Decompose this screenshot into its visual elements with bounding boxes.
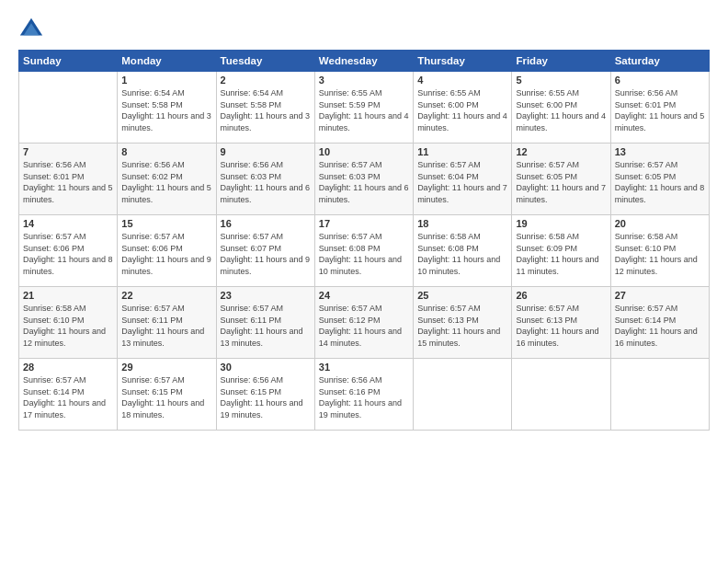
day-info: Sunrise: 6:56 AMSunset: 6:01 PMDaylight:…	[615, 88, 705, 132]
day-info: Sunrise: 6:57 AMSunset: 6:15 PMDaylight:…	[121, 375, 204, 419]
day-number: 7	[23, 146, 113, 157]
day-info: Sunrise: 6:57 AMSunset: 6:14 PMDaylight:…	[615, 304, 698, 348]
day-info: Sunrise: 6:56 AMSunset: 6:15 PMDaylight:…	[221, 375, 303, 419]
day-cell: 26Sunrise: 6:57 AMSunset: 6:13 PMDayligh…	[512, 287, 610, 359]
day-info: Sunrise: 6:57 AMSunset: 6:08 PMDaylight:…	[319, 232, 402, 276]
day-number: 4	[417, 75, 507, 86]
day-cell	[414, 359, 512, 431]
day-number: 10	[319, 146, 409, 157]
day-number: 14	[23, 218, 113, 229]
logo-icon	[18, 15, 44, 40]
day-cell: 4Sunrise: 6:55 AMSunset: 6:00 PMDaylight…	[414, 72, 512, 144]
header-cell-thursday: Thursday	[414, 51, 512, 72]
day-cell: 22Sunrise: 6:57 AMSunset: 6:11 PMDayligh…	[118, 287, 216, 359]
day-info: Sunrise: 6:56 AMSunset: 6:16 PMDaylight:…	[319, 375, 402, 419]
day-cell: 12Sunrise: 6:57 AMSunset: 6:05 PMDayligh…	[512, 144, 610, 215]
day-number: 16	[221, 218, 311, 229]
day-cell: 20Sunrise: 6:58 AMSunset: 6:10 PMDayligh…	[610, 215, 709, 287]
day-cell: 24Sunrise: 6:57 AMSunset: 6:12 PMDayligh…	[314, 287, 413, 359]
day-info: Sunrise: 6:56 AMSunset: 6:03 PMDaylight:…	[221, 160, 311, 204]
day-cell: 23Sunrise: 6:57 AMSunset: 6:11 PMDayligh…	[216, 287, 314, 359]
day-cell: 2Sunrise: 6:54 AMSunset: 5:58 PMDaylight…	[216, 72, 314, 144]
day-info: Sunrise: 6:55 AMSunset: 5:59 PMDaylight:…	[319, 88, 409, 132]
day-cell: 25Sunrise: 6:57 AMSunset: 6:13 PMDayligh…	[414, 287, 512, 359]
day-number: 23	[221, 290, 311, 301]
day-cell	[19, 72, 118, 144]
day-info: Sunrise: 6:55 AMSunset: 6:00 PMDaylight:…	[417, 88, 507, 132]
day-number: 26	[516, 290, 606, 301]
day-cell: 14Sunrise: 6:57 AMSunset: 6:06 PMDayligh…	[19, 215, 118, 287]
day-number: 29	[121, 362, 211, 373]
header-row: SundayMondayTuesdayWednesdayThursdayFrid…	[19, 51, 710, 72]
day-cell: 28Sunrise: 6:57 AMSunset: 6:14 PMDayligh…	[19, 359, 118, 431]
day-info: Sunrise: 6:57 AMSunset: 6:04 PMDaylight:…	[417, 160, 507, 204]
day-info: Sunrise: 6:57 AMSunset: 6:13 PMDaylight:…	[417, 304, 500, 348]
day-info: Sunrise: 6:58 AMSunset: 6:09 PMDaylight:…	[516, 232, 598, 276]
week-row-1: 1Sunrise: 6:54 AMSunset: 5:58 PMDaylight…	[19, 72, 710, 144]
page: SundayMondayTuesdayWednesdayThursdayFrid…	[0, 0, 728, 563]
day-number: 9	[221, 146, 311, 157]
day-number: 27	[615, 290, 705, 301]
day-info: Sunrise: 6:55 AMSunset: 6:00 PMDaylight:…	[516, 88, 606, 132]
day-cell: 9Sunrise: 6:56 AMSunset: 6:03 PMDaylight…	[216, 144, 314, 215]
day-number: 1	[121, 75, 211, 86]
week-row-5: 28Sunrise: 6:57 AMSunset: 6:14 PMDayligh…	[19, 359, 710, 431]
day-number: 17	[319, 218, 409, 229]
week-row-4: 21Sunrise: 6:58 AMSunset: 6:10 PMDayligh…	[19, 287, 710, 359]
day-info: Sunrise: 6:57 AMSunset: 6:11 PMDaylight:…	[121, 304, 204, 348]
day-number: 5	[516, 75, 606, 86]
day-number: 6	[615, 75, 705, 86]
header-cell-sunday: Sunday	[19, 51, 118, 72]
day-info: Sunrise: 6:56 AMSunset: 6:01 PMDaylight:…	[23, 160, 113, 204]
calendar-body: 1Sunrise: 6:54 AMSunset: 5:58 PMDaylight…	[19, 72, 710, 431]
day-info: Sunrise: 6:54 AMSunset: 5:58 PMDaylight:…	[121, 88, 211, 132]
day-info: Sunrise: 6:58 AMSunset: 6:08 PMDaylight:…	[417, 232, 500, 276]
day-info: Sunrise: 6:57 AMSunset: 6:14 PMDaylight:…	[23, 375, 106, 419]
day-number: 13	[615, 146, 705, 157]
header-cell-monday: Monday	[118, 51, 216, 72]
day-info: Sunrise: 6:58 AMSunset: 6:10 PMDaylight:…	[23, 304, 106, 348]
week-row-2: 7Sunrise: 6:56 AMSunset: 6:01 PMDaylight…	[19, 144, 710, 215]
header-cell-saturday: Saturday	[610, 51, 709, 72]
day-number: 8	[121, 146, 211, 157]
day-number: 21	[23, 290, 113, 301]
day-cell: 7Sunrise: 6:56 AMSunset: 6:01 PMDaylight…	[19, 144, 118, 215]
day-number: 19	[516, 218, 606, 229]
calendar-table: SundayMondayTuesdayWednesdayThursdayFrid…	[18, 50, 710, 431]
day-cell: 5Sunrise: 6:55 AMSunset: 6:00 PMDaylight…	[512, 72, 610, 144]
header-cell-friday: Friday	[512, 51, 610, 72]
day-cell: 15Sunrise: 6:57 AMSunset: 6:06 PMDayligh…	[118, 215, 216, 287]
day-number: 20	[615, 218, 705, 229]
day-info: Sunrise: 6:57 AMSunset: 6:07 PMDaylight:…	[221, 232, 311, 276]
day-number: 15	[121, 218, 211, 229]
day-number: 31	[319, 362, 409, 373]
day-info: Sunrise: 6:57 AMSunset: 6:11 PMDaylight:…	[221, 304, 303, 348]
day-number: 18	[417, 218, 507, 229]
day-cell: 21Sunrise: 6:58 AMSunset: 6:10 PMDayligh…	[19, 287, 118, 359]
day-number: 24	[319, 290, 409, 301]
day-number: 25	[417, 290, 507, 301]
day-info: Sunrise: 6:57 AMSunset: 6:12 PMDaylight:…	[319, 304, 402, 348]
day-info: Sunrise: 6:57 AMSunset: 6:13 PMDaylight:…	[516, 304, 598, 348]
day-cell: 19Sunrise: 6:58 AMSunset: 6:09 PMDayligh…	[512, 215, 610, 287]
day-info: Sunrise: 6:57 AMSunset: 6:05 PMDaylight:…	[516, 160, 606, 204]
day-info: Sunrise: 6:57 AMSunset: 6:03 PMDaylight:…	[319, 160, 409, 204]
day-number: 2	[221, 75, 311, 86]
day-cell: 11Sunrise: 6:57 AMSunset: 6:04 PMDayligh…	[414, 144, 512, 215]
header	[18, 15, 710, 40]
logo	[18, 15, 48, 40]
week-row-3: 14Sunrise: 6:57 AMSunset: 6:06 PMDayligh…	[19, 215, 710, 287]
day-number: 11	[417, 146, 507, 157]
day-number: 3	[319, 75, 409, 86]
day-cell: 18Sunrise: 6:58 AMSunset: 6:08 PMDayligh…	[414, 215, 512, 287]
day-info: Sunrise: 6:57 AMSunset: 6:06 PMDaylight:…	[23, 232, 113, 276]
day-info: Sunrise: 6:56 AMSunset: 6:02 PMDaylight:…	[121, 160, 211, 204]
day-cell: 3Sunrise: 6:55 AMSunset: 5:59 PMDaylight…	[314, 72, 413, 144]
day-cell: 17Sunrise: 6:57 AMSunset: 6:08 PMDayligh…	[314, 215, 413, 287]
day-number: 12	[516, 146, 606, 157]
day-cell: 10Sunrise: 6:57 AMSunset: 6:03 PMDayligh…	[314, 144, 413, 215]
day-cell	[512, 359, 610, 431]
day-number: 28	[23, 362, 113, 373]
day-cell: 6Sunrise: 6:56 AMSunset: 6:01 PMDaylight…	[610, 72, 709, 144]
day-number: 30	[221, 362, 311, 373]
